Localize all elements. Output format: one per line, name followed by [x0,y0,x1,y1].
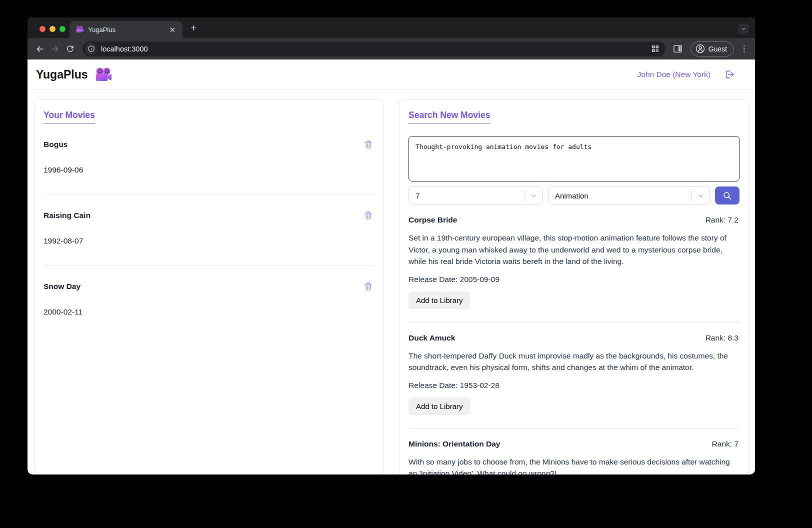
result-rank: Rank: 7 [712,440,738,448]
minimize-window-button[interactable] [50,26,56,32]
tab-search-button[interactable] [738,24,749,34]
browser-menu-button[interactable]: ⋮ [739,44,749,54]
logout-icon [724,69,735,80]
result-title: Corpse Bride [408,216,457,224]
trash-icon [364,282,373,292]
genre-select[interactable]: Animation [548,186,710,204]
delete-movie-button[interactable] [363,210,374,221]
search-query-input[interactable]: Thought-provoking animation movies for a… [408,136,740,182]
result-release-date: Release Date: 2005-09-09 [408,275,738,284]
search-result: Minions: Orientation Day Rank: 7 With so… [408,428,740,475]
forward-arrow-icon [50,44,60,54]
trash-icon [364,140,373,150]
result-title: Minions: Orientation Day [408,440,500,448]
search-movies-title: Search New Movies [408,110,490,124]
chevron-down-icon [692,192,710,200]
address-bar[interactable]: localhost:3000 [82,42,666,56]
back-button[interactable] [32,42,48,56]
library-movie-row: Raising Cain 1992-08-07 [44,195,374,266]
library-movie-row: Bogus 1996-09-06 [44,124,374,195]
rank-select[interactable]: 7 [408,186,543,204]
movie-camera-favicon [76,26,84,33]
search-result: Corpse Bride Rank: 7.2 Set in a 19th-cen… [408,204,740,322]
chevron-down-icon [740,26,746,32]
result-rank: Rank: 7.2 [706,216,738,224]
reload-icon [66,44,75,54]
search-icon [722,191,732,200]
genre-select-value: Animation [555,192,588,200]
reload-button[interactable] [62,42,78,56]
result-description: Set in a 19th-century european village, … [408,232,738,268]
back-arrow-icon [35,44,45,54]
side-panel-icon [673,44,682,54]
side-panel-button[interactable] [670,42,686,56]
app-header: YugaPlus John Doe (New York) [28,60,755,90]
logout-button[interactable] [724,69,735,80]
your-movies-title: Your Movies [44,110,95,124]
library-movie-row: Snow Day 2000-02-11 [44,266,374,336]
url-text[interactable]: localhost:3000 [101,45,647,53]
result-description: With so many jobs to choose from, the Mi… [408,456,738,475]
movie-title: Raising Cain [44,211,90,220]
movie-title: Snow Day [44,282,80,291]
browser-tab[interactable]: YugaPlus ✕ [70,21,182,38]
user-account-link[interactable]: John Doe (New York) [638,70,710,79]
result-description: The short-tempered Daffy Duck must impro… [408,350,738,374]
qr-code-icon[interactable] [651,44,660,53]
search-button[interactable] [715,186,740,204]
close-tab-icon[interactable]: ✕ [167,25,178,34]
zoom-window-button[interactable] [60,26,66,32]
new-tab-button[interactable]: + [190,22,196,34]
close-window-button[interactable] [40,26,46,32]
chevron-down-icon [524,192,542,200]
add-to-library-button[interactable]: Add to Library [408,292,470,309]
movie-release-date: 1996-09-06 [44,166,374,174]
profile-label: Guest [708,45,727,53]
app-logo-text: YugaPlus [36,68,88,82]
delete-movie-button[interactable] [363,281,374,292]
movie-camera-icon [95,68,112,82]
tab-strip: YugaPlus ✕ + [28,18,755,38]
movie-release-date: 2000-02-11 [44,308,374,316]
result-rank: Rank: 8.3 [706,334,738,342]
browser-window: YugaPlus ✕ + localhost:3000 [28,18,755,474]
trash-icon [364,210,373,220]
window-controls [40,26,66,32]
result-release-date: Release Date: 1953-02-28 [408,381,738,390]
movie-release-date: 1992-08-07 [44,236,374,246]
search-movies-panel: Search New Movies Thought-provoking anim… [399,100,749,474]
person-icon [696,44,705,54]
your-movies-panel: Your Movies Bogus 1996-09-06 Raising Cai… [34,100,384,474]
add-to-library-button[interactable]: Add to Library [408,398,470,415]
forward-button[interactable] [48,42,62,56]
search-result: Duck Amuck Rank: 8.3 The short-tempered … [408,322,740,428]
info-circle-icon [88,45,95,52]
movie-title: Bogus [44,140,68,149]
main-content: Your Movies Bogus 1996-09-06 Raising Cai… [28,90,755,474]
result-title: Duck Amuck [408,334,455,342]
browser-toolbar: localhost:3000 Guest ⋮ [28,38,755,60]
site-info-button[interactable] [85,43,97,55]
rank-select-value: 7 [416,192,420,200]
search-controls: 7 Animation [408,186,740,204]
delete-movie-button[interactable] [363,139,374,150]
tab-title: YugaPlus [88,26,163,34]
profile-button[interactable]: Guest [690,42,734,56]
